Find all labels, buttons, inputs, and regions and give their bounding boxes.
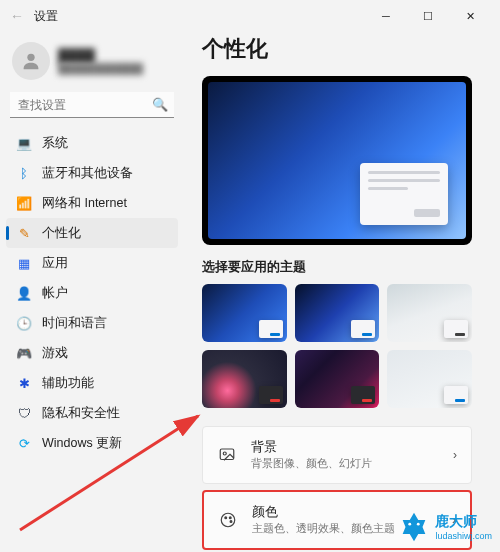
- sidebar-item-label: 个性化: [42, 225, 81, 242]
- user-name: ████: [58, 48, 143, 63]
- sidebar-item-privacy[interactable]: 🛡隐私和安全性: [6, 398, 178, 428]
- back-button[interactable]: ←: [10, 8, 24, 24]
- sidebar: ████ ████████████ 🔍 💻系统ᛒ蓝牙和其他设备📶网络和 Inte…: [0, 32, 184, 552]
- user-card[interactable]: ████ ████████████: [6, 38, 178, 90]
- chevron-right-icon: ›: [453, 448, 457, 462]
- apps-icon: ▦: [16, 255, 32, 271]
- sidebar-item-time[interactable]: 🕒时间和语言: [6, 308, 178, 338]
- window-title: 设置: [34, 8, 58, 25]
- avatar: [12, 42, 50, 80]
- search-box[interactable]: 🔍: [10, 92, 174, 118]
- search-input[interactable]: [10, 92, 174, 118]
- update-icon: ⟳: [16, 435, 32, 451]
- sidebar-item-label: 网络和 Internet: [42, 195, 127, 212]
- sidebar-item-label: 蓝牙和其他设备: [42, 165, 133, 182]
- option-background[interactable]: 背景 背景图像、颜色、幻灯片 ›: [202, 426, 472, 484]
- sidebar-item-label: 系统: [42, 135, 68, 152]
- colors-icon: [218, 511, 238, 529]
- option-title: 背景: [251, 439, 439, 456]
- sidebar-item-network[interactable]: 📶网络和 Internet: [6, 188, 178, 218]
- theme-option-6[interactable]: [387, 350, 472, 408]
- privacy-icon: 🛡: [16, 405, 32, 421]
- sidebar-item-label: 应用: [42, 255, 68, 272]
- sidebar-item-accounts[interactable]: 👤帐户: [6, 278, 178, 308]
- svg-point-6: [230, 521, 232, 523]
- sidebar-item-label: Windows 更新: [42, 435, 122, 452]
- bluetooth-icon: ᛒ: [16, 165, 32, 181]
- sidebar-item-personalize[interactable]: ✎个性化: [6, 218, 178, 248]
- sidebar-item-system[interactable]: 💻系统: [6, 128, 178, 158]
- background-icon: [217, 446, 237, 464]
- svg-point-0: [27, 54, 34, 61]
- sidebar-item-label: 隐私和安全性: [42, 405, 120, 422]
- watermark: 鹿大师 ludashiwj.com: [397, 510, 492, 544]
- theme-option-3[interactable]: [387, 284, 472, 342]
- svg-point-10: [417, 523, 420, 526]
- themes-label: 选择要应用的主题: [202, 259, 472, 276]
- page-title: 个性化: [202, 34, 472, 64]
- theme-option-1[interactable]: [202, 284, 287, 342]
- sidebar-item-gaming[interactable]: 🎮游戏: [6, 338, 178, 368]
- accessibility-icon: ✱: [16, 375, 32, 391]
- svg-point-9: [409, 523, 412, 526]
- desktop-preview: [202, 76, 472, 245]
- theme-grid: [202, 284, 472, 408]
- gaming-icon: 🎮: [16, 345, 32, 361]
- sidebar-item-label: 辅助功能: [42, 375, 94, 392]
- theme-option-2[interactable]: [295, 284, 380, 342]
- user-email: ████████████: [58, 63, 143, 74]
- theme-option-4[interactable]: [202, 350, 287, 408]
- sidebar-item-update[interactable]: ⟳Windows 更新: [6, 428, 178, 458]
- svg-point-4: [225, 517, 227, 519]
- sidebar-item-label: 帐户: [42, 285, 68, 302]
- accounts-icon: 👤: [16, 285, 32, 301]
- search-icon: 🔍: [152, 97, 168, 112]
- sidebar-item-accessibility[interactable]: ✱辅助功能: [6, 368, 178, 398]
- sidebar-item-apps[interactable]: ▦应用: [6, 248, 178, 278]
- network-icon: 📶: [16, 195, 32, 211]
- time-icon: 🕒: [16, 315, 32, 331]
- svg-point-3: [221, 513, 235, 527]
- close-button[interactable]: ✕: [450, 2, 490, 30]
- svg-point-2: [223, 452, 226, 455]
- sidebar-item-label: 时间和语言: [42, 315, 107, 332]
- svg-point-5: [229, 517, 231, 519]
- option-subtitle: 背景图像、颜色、幻灯片: [251, 457, 439, 471]
- system-icon: 💻: [16, 135, 32, 151]
- personalize-icon: ✎: [16, 225, 32, 241]
- title-bar: ← 设置 ─ ☐ ✕: [0, 0, 500, 32]
- main-content: 个性化 选择要应用的主题 背景 背景图像、颜色、幻灯片 › 颜色 主题色、透明效…: [184, 32, 500, 552]
- minimize-button[interactable]: ─: [366, 2, 406, 30]
- sidebar-item-label: 游戏: [42, 345, 68, 362]
- sidebar-item-bluetooth[interactable]: ᛒ蓝牙和其他设备: [6, 158, 178, 188]
- theme-option-5[interactable]: [295, 350, 380, 408]
- maximize-button[interactable]: ☐: [408, 2, 448, 30]
